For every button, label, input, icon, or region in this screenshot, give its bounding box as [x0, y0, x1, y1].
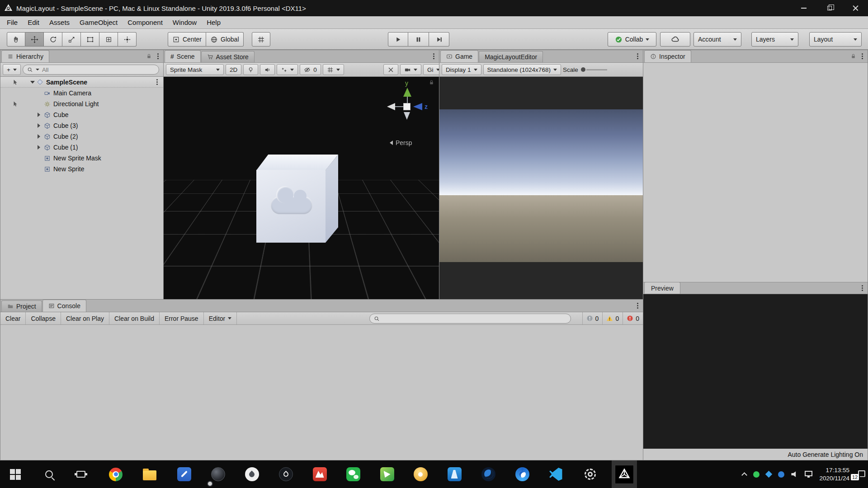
warning-count-toggle[interactable]: 0 [602, 312, 623, 324]
tray-wechat-icon[interactable] [753, 471, 760, 478]
tab-project[interactable]: Project [1, 300, 42, 312]
account-button[interactable]: Account [693, 32, 741, 47]
taskbar-green-app[interactable] [374, 460, 400, 488]
grid-visibility-dropdown[interactable] [323, 64, 344, 75]
hidden-objects-toggle[interactable]: 0 [300, 64, 321, 75]
expand-arrow-icon[interactable] [38, 134, 40, 139]
kebab-menu-icon[interactable] [157, 56, 159, 57]
expand-arrow-icon[interactable] [38, 123, 40, 128]
hierarchy-item-cube-3[interactable]: Cube (3) [0, 120, 163, 131]
taskbar-chrome[interactable] [103, 460, 128, 488]
clear-button[interactable]: Clear [0, 312, 26, 324]
display-dropdown[interactable]: Display 1 [442, 64, 481, 75]
kebab-menu-icon[interactable] [862, 287, 863, 289]
console-search[interactable] [369, 314, 571, 324]
gizmo-lock-icon[interactable] [429, 80, 434, 85]
taskbar-blue-flask-app[interactable] [442, 460, 467, 488]
scene-camera-dropdown[interactable] [400, 64, 421, 75]
layers-button[interactable]: Layers [751, 32, 798, 47]
axis-z-cone[interactable] [413, 103, 422, 110]
minimize-button[interactable] [791, 0, 816, 16]
resolution-dropdown[interactable]: Standalone (1024x768) [483, 64, 561, 75]
gizmo-center-cube[interactable] [403, 103, 410, 110]
tab-magiclayouteditor[interactable]: MagicLayoutEditor [479, 51, 543, 62]
create-object-button[interactable]: + [3, 64, 21, 75]
action-center-button[interactable]: 12 [856, 470, 865, 479]
clear-on-build-button[interactable]: Clear on Build [109, 312, 160, 324]
scene-lighting-toggle[interactable] [243, 64, 258, 75]
rect-tool-button[interactable] [81, 32, 99, 47]
kebab-menu-icon[interactable] [156, 81, 158, 83]
expand-arrow-icon[interactable] [38, 113, 40, 117]
axis-down-cone[interactable] [404, 112, 410, 120]
taskbar-droplet-app[interactable] [239, 460, 264, 488]
lock-icon[interactable] [850, 53, 856, 59]
hierarchy-item-cube-1[interactable]: Cube (1) [0, 142, 163, 153]
hierarchy-item-directional-light[interactable]: Directional Light [0, 99, 163, 109]
cloud-button[interactable] [660, 32, 690, 47]
taskbar-blue-browser[interactable] [509, 460, 535, 488]
tab-game[interactable]: Game [440, 50, 478, 62]
start-button[interactable] [3, 460, 28, 488]
menu-window[interactable]: Window [168, 16, 202, 28]
tab-hierarchy[interactable]: Hierarchy [1, 50, 49, 62]
tray-blue-circle-icon[interactable] [778, 471, 784, 478]
taskbar-wechat[interactable] [340, 460, 366, 488]
move-tool-button[interactable] [25, 32, 44, 47]
preview-tab[interactable]: Preview [644, 282, 680, 294]
hierarchy-item-new-sprite[interactable]: New Sprite [0, 164, 163, 174]
clear-on-play-button[interactable]: Clear on Play [61, 312, 109, 324]
scale-slider-knob[interactable] [581, 67, 585, 72]
scene-cube-object[interactable] [256, 155, 338, 243]
gizmos-dropdown[interactable]: Gi [423, 64, 439, 75]
scale-slider-track[interactable] [586, 69, 607, 70]
taskbar-navy-browser[interactable] [476, 460, 501, 488]
error-count-toggle[interactable]: 0 [623, 312, 643, 324]
info-count-toggle[interactable]: 0 [582, 312, 603, 324]
taskbar-search-button[interactable] [36, 460, 61, 488]
lock-icon[interactable] [146, 53, 152, 59]
taskbar-clock[interactable]: 17:13:55 2020/11/24 [819, 466, 849, 482]
custom-tool-button[interactable] [118, 32, 137, 47]
editor-dropdown[interactable]: Editor [204, 312, 237, 324]
tray-blue-star-icon[interactable] [765, 471, 773, 478]
game-viewport[interactable] [439, 77, 643, 299]
rotate-tool-button[interactable] [44, 32, 62, 47]
taskbar-droplet-dark-app[interactable] [273, 460, 298, 488]
hierarchy-search-input[interactable] [42, 66, 155, 73]
grid-snap-button[interactable] [252, 32, 270, 47]
taskbar-unity-active[interactable] [612, 460, 637, 488]
layout-button[interactable]: Layout [809, 32, 862, 47]
tab-asset-store[interactable]: Asset Store [201, 51, 255, 62]
tab-console[interactable]: Console [42, 300, 86, 312]
hierarchy-item-main-camera[interactable]: Main Camera [0, 88, 163, 99]
task-view-button[interactable] [68, 460, 94, 488]
scene-viewport[interactable]: y z Persp [164, 77, 439, 299]
axis-x-cone[interactable] [387, 103, 395, 110]
console-search-input[interactable] [382, 315, 566, 322]
tab-scene[interactable]: # Scene [165, 50, 201, 62]
menu-assets[interactable]: Assets [44, 16, 75, 28]
2d-toggle-button[interactable]: 2D [226, 64, 241, 75]
expand-arrow-icon[interactable] [38, 145, 40, 150]
pivot-button[interactable]: Center [168, 32, 206, 47]
taskbar-file-explorer[interactable] [137, 460, 162, 488]
pick-toggle-icon[interactable] [12, 79, 19, 85]
effects-dropdown[interactable] [277, 64, 298, 75]
pick-toggle-icon[interactable] [12, 101, 19, 107]
hierarchy-item-new-sprite-mask[interactable]: New Sprite Mask [0, 153, 163, 164]
orientation-gizmo[interactable]: y z [380, 80, 434, 134]
menu-help[interactable]: Help [202, 16, 226, 28]
menu-component[interactable]: Component [123, 16, 168, 28]
menu-gameobject[interactable]: GameObject [75, 16, 123, 28]
kebab-menu-icon[interactable] [862, 56, 863, 57]
pause-button[interactable] [408, 32, 429, 47]
tab-inspector[interactable]: Inspector [644, 50, 691, 62]
component-tools-button[interactable] [383, 64, 398, 75]
kebab-menu-icon[interactable] [637, 305, 638, 306]
collapse-arrow-icon[interactable] [30, 81, 35, 84]
hierarchy-item-cube-2[interactable]: Cube (2) [0, 131, 163, 142]
step-button[interactable] [429, 32, 449, 47]
kebab-menu-icon[interactable] [637, 56, 638, 57]
taskbar-settings[interactable] [577, 460, 603, 488]
